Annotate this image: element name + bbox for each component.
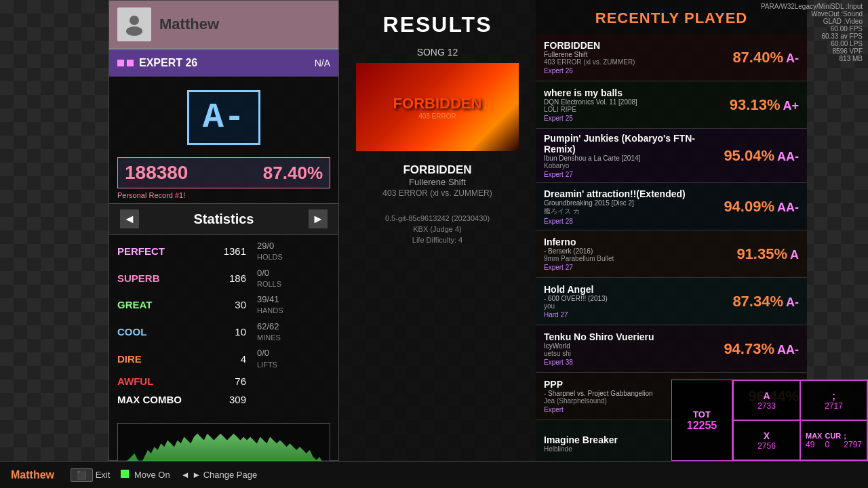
life-info: Life Difficulty: 4 [346, 236, 529, 244]
song-name: FORBIDDEN [339, 163, 536, 177]
dire-label: DIRE [117, 352, 205, 366]
recently-item-percent: 87.34% [732, 293, 783, 310]
stat-row-superb: SUPERB 186 0/0 ROLLS [117, 267, 330, 290]
recently-item-diff: Expert 28 [544, 218, 724, 225]
recently-item-percent: 94.09% [724, 198, 774, 215]
recently-item-subtitle: Fullerene Shift [544, 51, 732, 58]
recently-item-grade: A [790, 248, 799, 262]
bottom-controls: ⬛ Exit Move On ◄ ► Change Page [71, 470, 257, 480]
recently-item-diff: Expert 26 [544, 67, 732, 75]
sp-a-value: 2733 [757, 401, 776, 411]
recently-item-grade: A- [786, 296, 799, 309]
stat-row-great: GREAT 30 39/41 HANDS [117, 293, 330, 317]
stat-row-perfect: PERFECT 1361 29/0 HOLDS [117, 240, 330, 263]
sp-cur-cell: MAX 49 CUR 0 ; 2797 [800, 420, 867, 460]
dire-value: 4 [205, 352, 246, 366]
recently-item-info: Pumpin' Junkies (Kobaryo's FTN-Remix)Ibu… [544, 133, 724, 178]
score-percent: 87.40% [263, 163, 323, 184]
sp-x-value: 2756 [757, 441, 776, 451]
recently-item-title: where is my balls [544, 87, 730, 98]
sp-colon2-value: 2797 [844, 440, 862, 449]
recently-item-info: FORBIDDENFullerene Shift403 ERROR (xi vs… [544, 40, 732, 75]
bottom-player-name: Matthew [11, 469, 54, 481]
ctrl-move-on: Move On [121, 470, 170, 480]
expert-label: EXPERT 26 [139, 57, 315, 69]
sys-fps2: 60.33 av FPS [738, 33, 863, 40]
center-panel: RESULTS SONG 12 FORBIDDEN 403 ERROR FORB… [339, 0, 536, 461]
recently-item[interactable]: Hold Angel- 600 OVER!!! (2013)youHard 27… [536, 278, 807, 325]
sp-max-value: 49 [806, 440, 822, 449]
recently-item-artist: 9mm Parabellum Bullet [544, 255, 736, 262]
stat-row-awful: AWFUL 76 [117, 374, 330, 388]
recently-item-subtitle: IcyWorld [544, 342, 724, 350]
recently-item[interactable]: Dreamin' attraction!!(Extended)Groundbre… [536, 183, 807, 230]
sys-fps1: 60.00 FPS [738, 25, 863, 33]
left-panel: Matthew EXPERT 26 N/A A- 188380 87.40% P… [108, 0, 339, 461]
sp-a-cell: A 2733 [733, 380, 800, 420]
song-number: SONG 12 [339, 47, 536, 58]
recently-item-info: Tenku No Shiro VuerieruIcyWorlduetsu shi… [544, 331, 724, 366]
cool-label: COOL [117, 325, 205, 339]
statistics-header: ◄ Statistics ► [109, 203, 338, 235]
tot-panel: TOT 12255 [671, 380, 732, 461]
recently-item[interactable]: where is my ballsDQN Electronics Vol. 11… [536, 81, 807, 129]
sys-fps3: 60.00 LPS [738, 40, 863, 47]
recently-item-diff: Expert 38 [544, 359, 724, 366]
sp-x-label: X [764, 430, 770, 441]
center-stats: 0.5-git-85c9613242 (20230430) KBX (Judge… [339, 214, 536, 244]
recently-item[interactable]: Inferno- Berserk (2016)9mm Parabellum Bu… [536, 230, 807, 278]
recently-item[interactable]: Tenku No Shiro VuerieruIcyWorlduetsu shi… [536, 325, 807, 373]
stat-row-maxcombo: MAX COMBO 309 [117, 392, 330, 407]
recently-item-title: Dreamin' attraction!!(Extended) [544, 188, 724, 199]
tot-value: 12255 [687, 420, 717, 432]
recently-item-artist: Kobaryo [544, 162, 724, 169]
superb-label: SUPERB [117, 271, 205, 285]
recently-item-title: FORBIDDEN [544, 40, 732, 51]
recently-item-artist: LOLI RIPE [544, 106, 730, 113]
recently-item-subtitle: Ibun Denshou a La Carte [2014] [544, 155, 724, 162]
perfect-extra: 29/0 HOLDS [257, 240, 283, 263]
expert-na: N/A [315, 58, 330, 68]
stats-table: PERFECT 1361 29/0 HOLDS SUPERB 186 0/0 R… [109, 235, 338, 416]
svg-point-1 [126, 26, 142, 36]
cool-extra: 62/62 MINES [257, 321, 281, 344]
grade-display: A- [109, 77, 338, 152]
sys-vpf: 8596 VPF [738, 47, 863, 55]
recently-item-right: 93.13%A+ [730, 96, 799, 114]
recently-item-subtitle: - 600 OVER!!! (2013) [544, 295, 732, 302]
results-title: RESULTS [339, 0, 536, 47]
recently-item-diff: Hard 27 [544, 311, 732, 319]
sys-audio: WaveOut :Sound [738, 10, 863, 18]
stats-next-button[interactable]: ► [309, 209, 328, 228]
cool-value: 10 [205, 325, 246, 339]
recently-item-diff: Expert 25 [544, 115, 730, 122]
stats-prev-button[interactable]: ◄ [120, 209, 139, 228]
great-value: 30 [205, 298, 246, 312]
song-artist: 403 ERROR (xi vs. ZUMMER) [339, 188, 536, 198]
superb-value: 186 [205, 271, 246, 285]
recently-item[interactable]: Pumpin' Junkies (Kobaryo's FTN-Remix)Ibu… [536, 129, 807, 183]
bottom-bar: Matthew ⬛ Exit Move On ◄ ► Change Page [0, 461, 868, 488]
statistics-title: Statistics [194, 211, 254, 227]
recently-item-info: where is my ballsDQN Electronics Vol. 11… [544, 87, 730, 122]
score-value: 188380 [125, 162, 263, 184]
awful-label: AWFUL [117, 374, 205, 388]
sp-colon-value: 2717 [825, 401, 843, 411]
recently-item-info: Hold Angel- 600 OVER!!! (2013)youHard 27 [544, 284, 732, 319]
version-info: 0.5-git-85c9613242 (20230430) [346, 214, 529, 222]
score-row: 188380 87.40% [117, 157, 330, 188]
recently-item-artist: 艦ろイス カ [544, 207, 724, 216]
expert-bar: EXPERT 26 N/A [109, 49, 338, 77]
recently-item-right: 91.35%A [736, 245, 799, 263]
profile-header: Matthew [109, 1, 338, 49]
song-image-title: FORBIDDEN [393, 95, 482, 113]
recently-item-subtitle: DQN Electronics Vol. 11 [2008] [544, 98, 730, 106]
sp-a-label: A [763, 390, 770, 401]
sp-cur-value: 0 [825, 440, 841, 449]
recently-item-percent: 95.04% [724, 147, 774, 164]
recently-item-percent: 93.13% [730, 96, 781, 113]
recently-item-artist: uetsu shi [544, 350, 724, 357]
sp-max-label: MAX [806, 432, 822, 440]
personal-record: Personal Record #1! [117, 191, 330, 199]
recently-item-title: Hold Angel [544, 284, 732, 295]
